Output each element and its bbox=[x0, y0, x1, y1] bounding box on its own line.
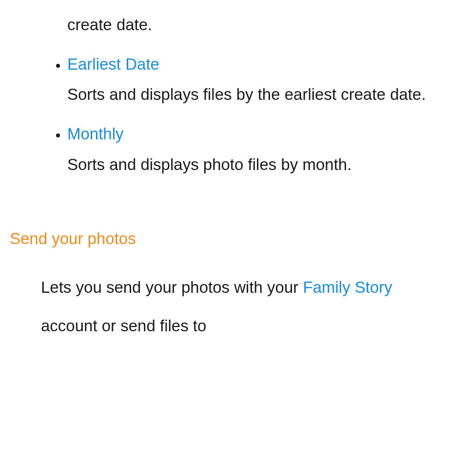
section-body-send-your-photos: Lets you send your photos with your Fami… bbox=[41, 268, 436, 345]
body-text-after: account or send files to bbox=[41, 317, 206, 335]
option-title-earliest-date: Earliest Date bbox=[67, 49, 450, 80]
list-item: Monthly Sorts and displays photo files b… bbox=[67, 119, 450, 180]
list-item: Earliest Date Sorts and displays files b… bbox=[67, 49, 450, 110]
section-heading-send-your-photos: Send your photos bbox=[10, 224, 450, 254]
body-text-before: Lets you send your photos with your bbox=[41, 278, 303, 296]
document-page: create date. Earliest Date Sorts and dis… bbox=[0, 0, 465, 360]
option-desc-earliest-date: Sorts and displays files by the earliest… bbox=[67, 79, 436, 110]
inline-link-family-story[interactable]: Family Story bbox=[303, 278, 392, 296]
fragment-create-date: create date. bbox=[67, 10, 450, 40]
option-desc-monthly: Sorts and displays photo files by month. bbox=[67, 150, 436, 180]
sort-options-list: Earliest Date Sorts and displays files b… bbox=[43, 49, 450, 180]
option-title-monthly: Monthly bbox=[67, 119, 450, 150]
